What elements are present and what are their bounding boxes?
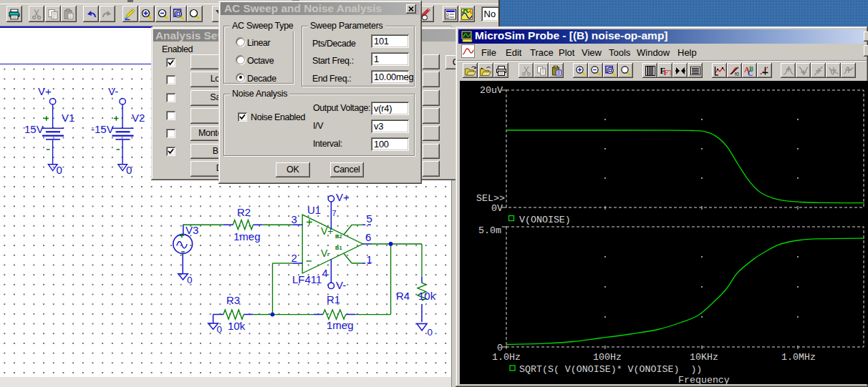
svg-text:V+: V+ <box>321 225 334 237</box>
svg-text:3: 3 <box>291 213 297 225</box>
svg-text:V1: V1 <box>62 112 74 124</box>
svg-text:R4: R4 <box>396 290 410 302</box>
svg-text:SQRT(S( V(ONOISE)* V(ONOISE): SQRT(S( V(ONOISE)* V(ONOISE) )) <box>519 364 702 375</box>
svg-text:2: 2 <box>291 252 297 264</box>
svg-text:10k: 10k <box>228 320 246 332</box>
svg-text:V2: V2 <box>132 112 145 124</box>
svg-text:1: 1 <box>367 253 372 265</box>
svg-text:-15V: -15V <box>91 123 114 135</box>
svg-text:10k: 10k <box>418 290 436 302</box>
svg-text:0: 0 <box>187 275 193 285</box>
svg-text:V+: V+ <box>336 191 349 203</box>
svg-text:B1: B1 <box>335 245 342 251</box>
svg-text:1meg: 1meg <box>233 230 261 243</box>
svg-text:20uV: 20uV <box>480 85 503 96</box>
svg-text:0V: 0V <box>491 203 503 214</box>
svg-text:100Hz: 100Hz <box>593 352 622 363</box>
svg-text:R2: R2 <box>237 206 251 218</box>
svg-text:1.0MHz: 1.0MHz <box>781 352 816 363</box>
svg-text:f0: f0 <box>735 71 739 76</box>
svg-text:V-: V- <box>108 85 118 97</box>
svg-text:0: 0 <box>428 327 433 338</box>
svg-text:0: 0 <box>126 164 132 176</box>
svg-text:V3: V3 <box>185 224 198 236</box>
svg-text:B2: B2 <box>335 233 342 240</box>
svg-text:1.0Hz: 1.0Hz <box>492 352 521 363</box>
svg-text:V-: V- <box>321 248 331 259</box>
svg-text:0: 0 <box>57 164 62 176</box>
svg-text:10KHz: 10KHz <box>690 352 718 363</box>
svg-text:0: 0 <box>217 324 223 335</box>
svg-text:FT: FT <box>663 68 670 76</box>
svg-text:V(ONOISE): V(ONOISE) <box>519 215 571 225</box>
svg-text:15V: 15V <box>24 123 44 135</box>
svg-text:6: 6 <box>365 231 371 243</box>
svg-text:Frequency: Frequency <box>678 375 730 384</box>
svg-text:R3: R3 <box>226 294 240 306</box>
svg-text:5: 5 <box>367 212 372 225</box>
svg-text:C: C <box>748 69 753 77</box>
svg-text:1meg: 1meg <box>327 319 354 331</box>
svg-text:R1: R1 <box>327 293 340 305</box>
svg-text:5.0m: 5.0m <box>478 225 501 236</box>
svg-text:V-: V- <box>336 279 346 291</box>
svg-text:4: 4 <box>322 267 328 279</box>
svg-text:U1: U1 <box>307 204 321 216</box>
svg-text:7: 7 <box>332 209 337 217</box>
svg-text:V+: V+ <box>38 85 52 97</box>
svg-text:LF411: LF411 <box>292 273 322 285</box>
